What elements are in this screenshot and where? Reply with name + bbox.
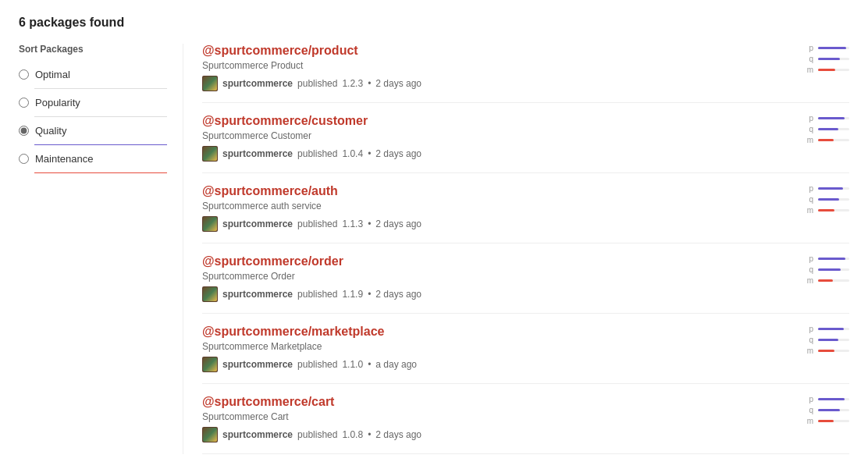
score-row-m: m: [806, 417, 849, 425]
package-description: Spurtcommerce Cart: [202, 411, 771, 422]
package-meta: spurtcommerce published 1.0.4 • 2 days a…: [202, 146, 771, 162]
published-label: published: [297, 359, 337, 370]
sort-label-maintenance: Maintenance: [35, 153, 93, 165]
score-bar-p: [818, 47, 846, 49]
score-row-p: p: [806, 395, 849, 403]
score-bar-m-container: [818, 69, 849, 71]
publish-time: a day ago: [375, 359, 417, 370]
layout: Sort Packages Optimal Popularity Quality: [19, 44, 849, 454]
sort-radio-quality[interactable]: [19, 126, 29, 136]
sort-option-quality[interactable]: Quality: [19, 119, 167, 143]
published-label: published: [297, 219, 337, 229]
package-description: Spurtcommerce Order: [202, 271, 771, 282]
package-score: p q m: [787, 184, 849, 215]
dot-separator: •: [368, 359, 371, 370]
sort-options: Optimal Popularity Quality Maintenance: [19, 62, 167, 175]
publisher-name: spurtcommerce: [222, 289, 293, 300]
package-info: @spurtcommerce/cart Spurtcommerce Cart s…: [202, 395, 771, 442]
divider-quality: [34, 144, 167, 145]
package-score: p q m: [787, 114, 849, 144]
version: 1.1.0: [342, 359, 363, 370]
main-content: @spurtcommerce/product Spurtcommerce Pro…: [183, 44, 849, 454]
package-name[interactable]: @spurtcommerce/order: [202, 254, 771, 268]
package-info: @spurtcommerce/auth Spurtcommerce auth s…: [202, 184, 771, 232]
package-name[interactable]: @spurtcommerce/marketplace: [202, 325, 771, 339]
score-bar-m: [818, 209, 834, 211]
sort-label-quality: Quality: [35, 125, 66, 137]
divider-optimal: [34, 88, 167, 89]
published-label: published: [297, 289, 337, 300]
divider-popularity: [34, 116, 167, 117]
score-letter-p: p: [806, 325, 813, 333]
sort-radio-optimal[interactable]: [19, 69, 29, 80]
sort-label-popularity: Popularity: [35, 97, 80, 108]
sort-option-maintenance[interactable]: Maintenance: [19, 147, 167, 171]
package-name[interactable]: @spurtcommerce/customer: [202, 114, 771, 128]
avatar: [202, 146, 218, 162]
score-letter-p: p: [806, 254, 813, 263]
package-meta: spurtcommerce published 1.1.0 • a day ag…: [202, 357, 771, 372]
score-bar-m: [818, 279, 833, 282]
score-bar-q: [818, 409, 840, 411]
avatar: [202, 357, 218, 372]
score-bar-q-container: [818, 339, 849, 341]
package-item: @spurtcommerce/auth Spurtcommerce auth s…: [202, 173, 849, 243]
package-name[interactable]: @spurtcommerce/product: [202, 44, 771, 58]
score-bar-q-container: [818, 128, 849, 130]
sort-option-optimal[interactable]: Optimal: [19, 62, 167, 87]
score-letter-m: m: [806, 206, 813, 215]
avatar: [202, 427, 218, 442]
package-score: p q m: [787, 395, 849, 425]
score-letter-p: p: [806, 114, 813, 123]
package-info: @spurtcommerce/product Spurtcommerce Pro…: [202, 44, 771, 91]
avatar: [202, 216, 218, 232]
package-name[interactable]: @spurtcommerce/cart: [202, 395, 771, 409]
score-bar-p-container: [818, 47, 849, 49]
score-bar-m: [818, 420, 834, 422]
sidebar: Sort Packages Optimal Popularity Quality: [19, 44, 183, 454]
score-bar-m-container: [818, 209, 849, 211]
page-title: 6 packages found: [19, 16, 849, 30]
score-row-m: m: [806, 66, 849, 74]
sort-option-popularity[interactable]: Popularity: [19, 91, 167, 115]
dot-separator: •: [368, 429, 371, 440]
publisher-name: spurtcommerce: [222, 359, 293, 370]
score-bar-q-container: [818, 409, 849, 411]
score-row-p: p: [806, 44, 849, 52]
score-bar-m-container: [818, 350, 849, 352]
score-bar-p: [818, 117, 845, 119]
score-bar-m-container: [818, 139, 849, 141]
package-score: p q m: [787, 44, 849, 74]
score-letter-m: m: [806, 136, 813, 144]
score-bar-m: [818, 139, 834, 141]
score-letter-p: p: [806, 395, 813, 403]
package-name[interactable]: @spurtcommerce/auth: [202, 184, 771, 198]
package-meta: spurtcommerce published 1.1.3 • 2 days a…: [202, 216, 771, 232]
score-bar-p-container: [818, 328, 849, 330]
publisher-name: spurtcommerce: [222, 429, 293, 440]
score-row-p: p: [806, 325, 849, 333]
sort-radio-maintenance[interactable]: [19, 154, 29, 164]
publish-time: 2 days ago: [375, 289, 422, 300]
version: 1.0.4: [342, 148, 363, 159]
score-letter-m: m: [806, 417, 813, 425]
score-bar-p: [818, 187, 843, 190]
dot-separator: •: [368, 219, 371, 229]
page-container: 6 packages found Sort Packages Optimal P…: [0, 0, 868, 462]
package-description: Spurtcommerce Product: [202, 60, 771, 71]
score-letter-q: q: [806, 125, 813, 133]
avatar: [202, 286, 218, 302]
sort-radio-popularity[interactable]: [19, 98, 29, 108]
score-letter-q: q: [806, 265, 813, 274]
score-letter-q: q: [806, 406, 813, 414]
score-row-q: q: [806, 55, 849, 63]
score-letter-m: m: [806, 66, 813, 74]
score-row-q: q: [806, 265, 849, 274]
score-bar-p-container: [818, 117, 849, 119]
publisher-name: spurtcommerce: [222, 219, 293, 229]
publish-time: 2 days ago: [375, 78, 422, 89]
publish-time: 2 days ago: [375, 219, 422, 229]
score-bar-p-container: [818, 187, 849, 190]
version: 1.1.3: [342, 219, 363, 229]
score-row-p: p: [806, 184, 849, 193]
